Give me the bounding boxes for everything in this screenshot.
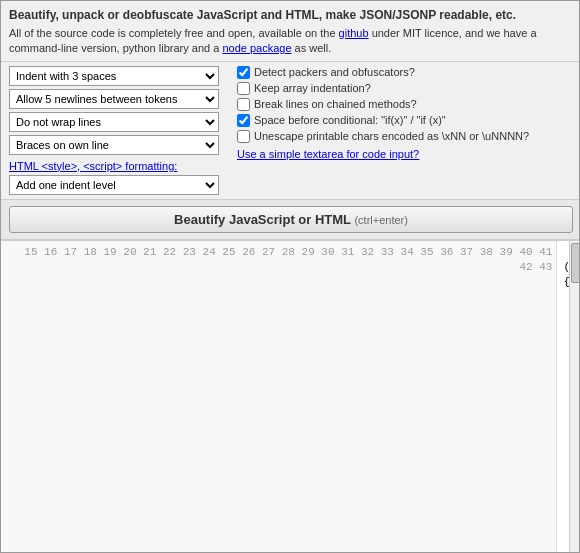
- detect-packers-label: Detect packers and obfuscators?: [254, 66, 415, 78]
- beautify-button[interactable]: Beautify JavaScript or HTML (ctrl+enter): [9, 206, 573, 233]
- checkbox-row-2: Keep array indentation?: [237, 82, 573, 95]
- controls-left: Indent with 3 spaces Allow 5 newlines be…: [9, 66, 229, 195]
- newlines-select[interactable]: Allow 5 newlines between tokens: [9, 89, 219, 109]
- unescape-label: Unescape printable chars encoded as \xNN…: [254, 130, 529, 142]
- textarea-link-row: Use a simple textarea for code input?: [237, 148, 573, 160]
- checkbox-row-4: Space before conditional: "if(x)" / "if …: [237, 114, 573, 127]
- unescape-checkbox[interactable]: [237, 130, 250, 143]
- indent-select[interactable]: Indent with 3 spaces: [9, 66, 219, 86]
- title-text: Beautify, unpack or deobfuscate JavaScri…: [9, 8, 516, 22]
- code-area: 15 16 17 18 19 20 21 22 23 24 25 26 27 2…: [1, 240, 580, 553]
- header-title: Beautify, unpack or deobfuscate JavaScri…: [9, 7, 573, 24]
- header-desc: All of the source code is completely fre…: [9, 26, 573, 57]
- wrap-select[interactable]: Do not wrap lines: [9, 112, 219, 132]
- header: Beautify, unpack or deobfuscate JavaScri…: [1, 1, 580, 62]
- node-link[interactable]: node package: [222, 42, 291, 54]
- github-link[interactable]: github: [339, 27, 369, 39]
- line-numbers: 15 16 17 18 19 20 21 22 23 24 25 26 27 2…: [1, 241, 557, 553]
- keep-array-label: Keep array indentation?: [254, 82, 371, 94]
- break-lines-checkbox[interactable]: [237, 98, 250, 111]
- beautify-btn-label: Beautify JavaScript or HTML: [174, 212, 351, 227]
- checkbox-row-1: Detect packers and obfuscators?: [237, 66, 573, 79]
- scrollbar-thumb[interactable]: [571, 243, 580, 283]
- keep-array-checkbox[interactable]: [237, 82, 250, 95]
- vertical-scrollbar[interactable]: [569, 241, 580, 553]
- controls-panel: Indent with 3 spaces Allow 5 newlines be…: [1, 62, 580, 199]
- textarea-link[interactable]: Use a simple textarea for code input?: [237, 148, 419, 160]
- space-before-label: Space before conditional: "if(x)" / "if …: [254, 114, 446, 126]
- detect-packers-checkbox[interactable]: [237, 66, 250, 79]
- checkbox-row-5: Unescape printable chars encoded as \xNN…: [237, 130, 573, 143]
- desc-before-github: All of the source code is completely fre…: [9, 27, 339, 39]
- checkbox-row-3: Break lines on chained methods?: [237, 98, 573, 111]
- beautify-btn-shortcut: (ctrl+enter): [354, 214, 408, 226]
- break-lines-label: Break lines on chained methods?: [254, 98, 417, 110]
- braces-select[interactable]: Braces on own line: [9, 135, 219, 155]
- space-before-checkbox[interactable]: [237, 114, 250, 127]
- controls-right: Detect packers and obfuscators? Keep arr…: [237, 66, 573, 195]
- html-formatting-link[interactable]: HTML <style>, <script> formatting:: [9, 160, 229, 172]
- code-content[interactable]: */ (function (A, w) { function ma() { if…: [557, 241, 569, 553]
- beautify-button-row: Beautify JavaScript or HTML (ctrl+enter): [1, 199, 580, 240]
- desc-after: as well.: [292, 42, 332, 54]
- html-indent-select[interactable]: Add one indent level: [9, 175, 219, 195]
